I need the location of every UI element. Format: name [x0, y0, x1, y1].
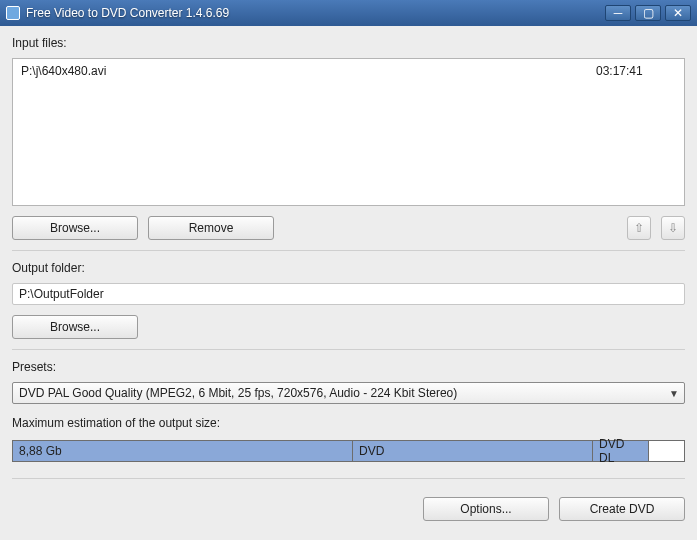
file-path: P:\j\640x480.avi [21, 64, 596, 78]
window-controls: ─ ▢ ✕ [605, 5, 691, 21]
presets-label: Presets: [12, 360, 685, 374]
preset-selected-text: DVD PAL Good Quality (MPEG2, 6 Mbit, 25 … [19, 386, 457, 400]
maximize-button[interactable]: ▢ [635, 5, 661, 21]
preset-select[interactable]: DVD PAL Good Quality (MPEG2, 6 Mbit, 25 … [12, 382, 685, 404]
close-icon: ✕ [673, 7, 683, 19]
output-button-row: Browse... [12, 315, 685, 339]
size-estimate-cell: 8,88 Gb [13, 441, 353, 461]
move-up-button[interactable]: ⇧ [627, 216, 651, 240]
browse-input-button[interactable]: Browse... [12, 216, 138, 240]
output-size-bar: 8,88 Gb DVD DVD DL [12, 440, 685, 462]
app-window: Free Video to DVD Converter 1.4.6.69 ─ ▢… [0, 0, 697, 540]
size-estimate-text: 8,88 Gb [19, 444, 62, 458]
move-down-button[interactable]: ⇩ [661, 216, 685, 240]
output-folder-input[interactable] [12, 283, 685, 305]
preset-select-wrap: DVD PAL Good Quality (MPEG2, 6 Mbit, 25 … [12, 382, 685, 404]
minimize-icon: ─ [614, 7, 623, 19]
remove-button[interactable]: Remove [148, 216, 274, 240]
max-size-label: Maximum estimation of the output size: [12, 416, 685, 430]
title-bar[interactable]: Free Video to DVD Converter 1.4.6.69 ─ ▢… [0, 0, 697, 26]
separator [12, 250, 685, 251]
size-dvd-dl-cell: DVD DL [593, 441, 649, 461]
separator [12, 478, 685, 479]
input-files-list[interactable]: P:\j\640x480.avi 03:17:41 [12, 58, 685, 206]
browse-output-button[interactable]: Browse... [12, 315, 138, 339]
maximize-icon: ▢ [643, 7, 654, 19]
dvd-marker-text: DVD [359, 444, 384, 458]
input-files-label: Input files: [12, 36, 685, 50]
create-dvd-button[interactable]: Create DVD [559, 497, 685, 521]
arrow-down-icon: ⇩ [668, 221, 678, 235]
minimize-button[interactable]: ─ [605, 5, 631, 21]
input-button-row: Browse... Remove ⇧ ⇩ [12, 216, 685, 240]
size-empty-cell [649, 441, 684, 461]
chevron-down-icon: ▼ [669, 388, 679, 399]
dvd-dl-marker-text: DVD DL [599, 437, 642, 465]
arrow-up-icon: ⇧ [634, 221, 644, 235]
file-duration: 03:17:41 [596, 64, 676, 78]
bottom-button-row: Options... Create DVD [12, 497, 685, 521]
client-area: Input files: P:\j\640x480.avi 03:17:41 B… [0, 26, 697, 540]
close-button[interactable]: ✕ [665, 5, 691, 21]
output-folder-label: Output folder: [12, 261, 685, 275]
options-button[interactable]: Options... [423, 497, 549, 521]
list-item[interactable]: P:\j\640x480.avi 03:17:41 [19, 63, 678, 79]
window-title: Free Video to DVD Converter 1.4.6.69 [26, 6, 605, 20]
separator [12, 349, 685, 350]
app-icon [6, 6, 20, 20]
size-dvd-cell: DVD [353, 441, 593, 461]
